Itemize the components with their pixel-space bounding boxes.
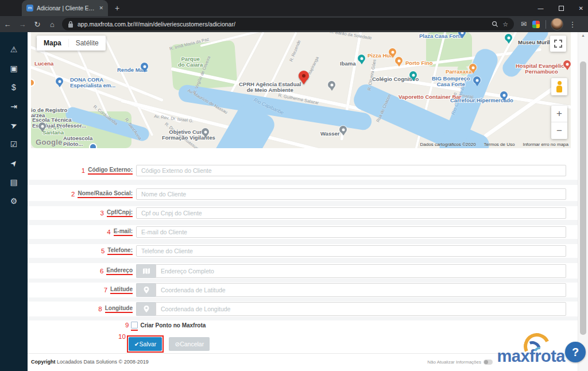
attribution-terms-link[interactable]: Termos de Uso [484, 142, 515, 147]
save-button-annotation-rect: ✔Salvar [127, 335, 164, 353]
map-place-label: Autoescola Piloto... [63, 136, 92, 148]
page-footer: Copyright Locadados Data Solutions © 200… [28, 353, 578, 371]
tab-close-icon[interactable]: ✕ [99, 5, 103, 11]
input-e-mail-[interactable] [136, 226, 566, 238]
field-label: Telefone: [107, 247, 133, 255]
shopping-pin [473, 76, 481, 84]
criar-ponto-label: Criar Ponto no Maxfrota [140, 322, 206, 329]
blue-dot [89, 143, 97, 148]
place-pin [56, 78, 63, 85]
map-place-label: BIG Bompreço Casa Forte [432, 76, 470, 88]
input-telefone-[interactable] [136, 245, 566, 257]
input-latitude[interactable] [156, 283, 566, 297]
criar-ponto-checkbox[interactable] [131, 322, 138, 329]
input-c-digo-externo-[interactable] [136, 165, 566, 176]
map-place-label: Museu Murillo [518, 40, 555, 45]
annotation-number-1: 1 [82, 167, 85, 174]
help-bubble-button[interactable]: ? [565, 342, 586, 362]
no-update-toggle[interactable] [483, 360, 493, 365]
sidebar-report-icon[interactable]: ▤ [0, 177, 28, 187]
save-button[interactable]: ✔Salvar [129, 337, 163, 351]
form-row-c-digo-externo-: 1Código Externo: [28, 165, 578, 176]
street-label: R. Oliveira Góes [366, 59, 377, 91]
home-button[interactable]: ⌂ [45, 20, 60, 29]
hospital-pin [563, 60, 571, 68]
forward-button[interactable]: → [15, 20, 30, 29]
annotation-number-4: 4 [107, 229, 110, 235]
generic-pin [339, 126, 347, 133]
sidebar-inbox-icon[interactable]: ▣ [0, 64, 28, 73]
map-place-label: Pizza Hut [368, 53, 392, 59]
map-place-label: Lucena [34, 61, 53, 67]
window-minimize-button[interactable]: — [538, 5, 544, 11]
window-maximize-button[interactable] [559, 6, 564, 11]
sidebar-settings-icon[interactable]: ⚙ [0, 196, 28, 206]
map-fullscreen-button[interactable] [550, 36, 566, 52]
page-scrollbar[interactable]: ▲ [578, 32, 588, 371]
map-place-label: Wasser [320, 131, 339, 137]
input-nome-raz-o-social-[interactable] [136, 188, 566, 200]
fullscreen-icon [554, 40, 562, 48]
photos-extension-icon[interactable] [532, 21, 540, 28]
sidebar-alerts-icon[interactable]: ⚠ [0, 45, 28, 54]
field-label: Código Externo: [88, 167, 133, 175]
sidebar-billing-icon[interactable]: $ [0, 83, 28, 92]
sidebar-tasks-icon[interactable]: ☑ [0, 140, 28, 149]
row-separator [28, 279, 578, 283]
input-endere-o[interactable] [156, 264, 566, 278]
orange-dot [31, 79, 35, 87]
restaurant-pin [389, 48, 396, 56]
map-attribution: Dados cartográficos ©2020 Termos de Uso … [420, 142, 568, 147]
reload-button[interactable]: ↻ [30, 20, 45, 29]
map-place-label: Ibama [340, 61, 355, 67]
app-sidebar: ⚠▣$⇥➤☑➤▤⚙ [0, 32, 28, 371]
street-view-pegman-button[interactable] [551, 78, 567, 95]
google-map[interactable]: Mapa Satélite + − Google Dados cartográf… [31, 32, 571, 148]
profile-avatar[interactable] [551, 18, 563, 30]
center-marker[interactable] [299, 71, 309, 81]
map-type-map-button[interactable]: Mapa [37, 39, 68, 47]
browser-window: m Adicionar | Cliente Entregas | Ma ✕ + … [0, 0, 588, 371]
sidebar-send-icon[interactable]: ➤ [0, 116, 28, 134]
new-tab-button[interactable]: + [113, 3, 122, 13]
annotation-number-5: 5 [101, 248, 105, 254]
place-pin [358, 55, 365, 62]
school-pin [409, 71, 417, 79]
form-row-longitude: 8Longitude [28, 302, 578, 316]
field-label: Longitude [105, 305, 133, 313]
scrollbar-thumb[interactable] [580, 61, 586, 335]
bookmark-star-icon[interactable]: ☆ [502, 21, 508, 28]
google-logo: Google [36, 138, 63, 146]
check-icon: ✔ [134, 341, 140, 347]
input-cpf-cnpj-[interactable] [136, 207, 566, 219]
map-zoom-out-button[interactable]: − [551, 122, 567, 139]
browser-tab[interactable]: m Adicionar | Cliente Entregas | Ma ✕ [22, 0, 108, 16]
address-bar[interactable]: app.maxfrota.com.br/#/main/deliveriescus… [62, 18, 514, 30]
sidebar-rocket-icon[interactable]: ➤ [1, 149, 26, 176]
browser-menu-icon[interactable]: ⋮ [568, 20, 577, 29]
mail-extension-icon[interactable]: ✉ [521, 20, 527, 28]
map-place-label: DONA CORA Especialista em... [70, 77, 115, 89]
field-label: Cpf/Cnpj: [107, 209, 133, 217]
map-icon [136, 264, 156, 278]
toolbar-divider [546, 20, 546, 29]
map-zoom-in-button[interactable]: + [551, 106, 567, 122]
school-pin [202, 128, 209, 136]
form-row-endere-o: 6Endereço [28, 264, 578, 278]
scrollbar-up-arrow[interactable]: ▲ [578, 33, 588, 37]
copyright-text: Copyright Locadados Data Solutions © 200… [31, 359, 149, 365]
attribution-report-link[interactable]: Informar erro no mapa [523, 142, 568, 147]
window-close-button[interactable]: ✕ [579, 5, 583, 11]
zoom-search-icon[interactable] [492, 21, 498, 28]
cancel-button[interactable]: ⊘Cancelar [169, 337, 210, 351]
map-place-label: Porto Fino [405, 60, 433, 66]
back-button[interactable]: ← [0, 20, 15, 29]
restaurant-pin [469, 64, 477, 71]
input-longitude[interactable] [156, 302, 566, 316]
sidebar-logout-icon[interactable]: ⇥ [0, 102, 28, 111]
ban-icon: ⊘ [175, 341, 180, 347]
map-type-satellite-button[interactable]: Satélite [68, 39, 106, 47]
customer-form: 1Código Externo:2Nome/Razão Social:3Cpf/… [28, 165, 578, 353]
tab-strip: m Adicionar | Cliente Entregas | Ma ✕ + … [0, 0, 588, 16]
annotation-number-2: 2 [71, 191, 75, 198]
